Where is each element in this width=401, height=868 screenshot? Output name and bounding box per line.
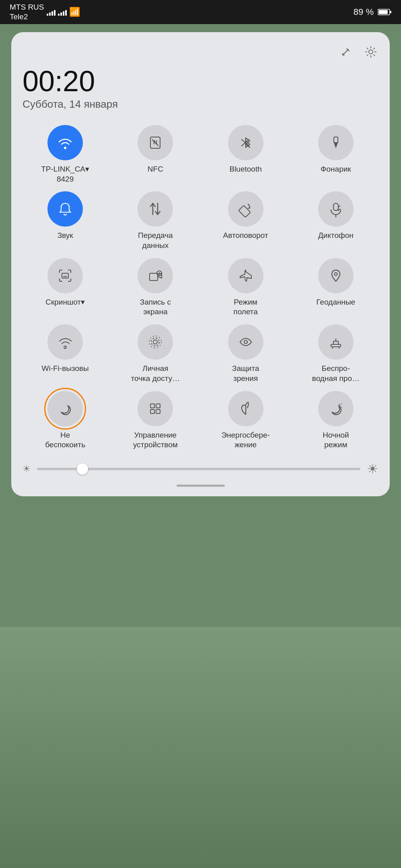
toggle-circle-battery[interactable] (228, 391, 263, 426)
signal-icon-2 (58, 8, 67, 16)
status-right: 89 % (354, 7, 391, 17)
carrier-name: MTS RUS Tele2 (10, 2, 44, 22)
toggle-circle-devicecontrol[interactable] (138, 391, 173, 426)
svg-rect-15 (239, 206, 251, 218)
svg-point-27 (151, 338, 159, 346)
toggle-label-bluetooth: Bluetooth (229, 164, 261, 174)
toggle-circle-autorotate[interactable] (228, 191, 263, 227)
toggle-circle-wificalls[interactable]: 2 (47, 324, 83, 360)
svg-point-26 (153, 340, 157, 344)
control-panel: 00:20 Суббота, 14 января TP-LINK_CA▾8429… (11, 32, 390, 496)
toggle-flashlight[interactable]: Фонарик (293, 125, 378, 184)
svg-rect-1 (390, 11, 391, 13)
toggle-hotspot[interactable]: Личнаяточка досту… (113, 324, 198, 383)
toggle-circle-hotspot[interactable] (138, 324, 173, 360)
toggle-label-nfc: NFC (148, 164, 163, 174)
svg-rect-36 (156, 404, 160, 408)
toggle-circle-screenrecord[interactable] (138, 258, 173, 293)
time-display: 00:20 (23, 67, 378, 96)
toggle-label-autorotate: Автоповорот (223, 231, 268, 241)
toggle-label-datatransfer: Передачаданных (138, 231, 173, 250)
svg-text:2: 2 (64, 345, 66, 350)
toggle-circle-geodata[interactable] (318, 258, 354, 293)
toggle-label-devicecontrol: Управлениеустройством (133, 430, 178, 450)
toggle-screenrecord[interactable]: Запись сэкрана (113, 258, 198, 317)
edit-button[interactable] (338, 44, 354, 59)
toggle-devicecontrol[interactable]: Управлениеустройством (113, 391, 198, 450)
settings-button[interactable] (363, 44, 378, 59)
svg-line-3 (343, 49, 348, 55)
toggle-label-dictaphone: Диктофон (318, 231, 354, 241)
brightness-row[interactable]: ☀ ☀ (23, 461, 378, 477)
toggle-geodata[interactable]: Геоданные (293, 258, 378, 317)
toggle-circle-dnd[interactable] (47, 391, 83, 426)
svg-point-40 (341, 407, 342, 407)
battery-icon (378, 8, 391, 16)
toggle-label-sound: Звук (58, 231, 73, 241)
svg-rect-16 (333, 203, 338, 211)
toggle-screenshot[interactable]: Скриншот▾ (23, 258, 108, 317)
toggle-label-nightmode: Ночнойрежим (323, 430, 349, 450)
toggle-airplane[interactable]: Режимполета (203, 258, 288, 317)
toggle-label-hotspot: Личнаяточка досту… (131, 364, 180, 383)
svg-point-23 (334, 272, 337, 275)
toggle-eyeprotect[interactable]: Защитазрения (203, 324, 288, 383)
brightness-thumb[interactable] (77, 463, 88, 475)
toggle-label-airplane: Режимполета (233, 297, 258, 317)
toggle-wireless[interactable]: Беспро-водная про… (293, 324, 378, 383)
toggle-circle-datatransfer[interactable] (138, 191, 173, 227)
background (0, 627, 401, 868)
toggle-circle-wifi[interactable] (47, 125, 83, 160)
toggle-circle-flashlight[interactable] (318, 125, 354, 160)
toggle-wifi[interactable]: TP-LINK_CA▾8429 (23, 125, 108, 184)
toggle-nfc[interactable]: NNFC (113, 125, 198, 184)
toggle-circle-bluetooth[interactable] (228, 125, 263, 160)
toggle-sound[interactable]: Звук (23, 191, 108, 250)
toggle-circle-screenshot[interactable] (47, 258, 83, 293)
date-display: Суббота, 14 января (23, 98, 378, 111)
toggle-label-dnd: Небеспокоить (45, 430, 85, 450)
toggle-circle-wireless[interactable] (318, 324, 354, 360)
toggle-wificalls[interactable]: 2Wi-Fi-вызовы (23, 324, 108, 383)
toggle-nightmode[interactable]: Ночнойрежим (293, 391, 378, 450)
signal-icon-1 (47, 8, 56, 16)
panel-toolbar (23, 44, 378, 59)
svg-rect-31 (333, 341, 338, 344)
toggle-circle-eyeprotect[interactable] (228, 324, 263, 360)
toggle-label-eyeprotect: Защитазрения (232, 364, 259, 383)
toggle-battery[interactable]: Энергосбере-жение (203, 391, 288, 450)
svg-rect-35 (150, 404, 154, 408)
toggle-circle-dictaphone[interactable] (318, 191, 354, 227)
brightness-slider[interactable] (37, 468, 360, 470)
toggle-label-wifi: TP-LINK_CA▾8429 (41, 164, 89, 184)
toggle-circle-nightmode[interactable] (318, 391, 354, 426)
brightness-max-icon: ☀ (367, 461, 378, 477)
brightness-min-icon: ☀ (23, 464, 31, 474)
toggle-label-flashlight: Фонарик (321, 164, 351, 174)
battery-percentage: 89 % (354, 7, 374, 17)
toggle-autorotate[interactable]: Автоповорот (203, 191, 288, 250)
svg-rect-37 (150, 409, 154, 414)
toggle-datatransfer[interactable]: Передачаданных (113, 191, 198, 250)
status-bar: MTS RUS Tele2 📶 89 % (0, 0, 401, 24)
svg-rect-18 (62, 273, 68, 278)
svg-rect-38 (156, 409, 160, 414)
svg-point-41 (341, 403, 342, 404)
toggle-dnd[interactable]: Небеспокоить (23, 391, 108, 450)
toggle-dictaphone[interactable]: Диктофон (293, 191, 378, 250)
toggle-label-screenshot: Скриншот▾ (45, 297, 85, 307)
svg-rect-2 (378, 10, 388, 14)
home-indicator (177, 485, 225, 487)
svg-rect-22 (150, 273, 158, 280)
svg-point-39 (339, 404, 340, 405)
svg-point-7 (369, 50, 373, 54)
toggle-bluetooth[interactable]: Bluetooth (203, 125, 288, 184)
toggle-circle-nfc[interactable]: N (138, 125, 173, 160)
toggle-label-wireless: Беспро-водная про… (312, 364, 360, 383)
toggle-circle-sound[interactable] (47, 191, 83, 227)
svg-rect-12 (334, 137, 338, 143)
toggle-label-geodata: Геоданные (317, 297, 356, 307)
toggle-label-screenrecord: Запись сэкрана (140, 297, 171, 317)
svg-point-29 (244, 340, 247, 344)
toggle-circle-airplane[interactable] (228, 258, 263, 293)
